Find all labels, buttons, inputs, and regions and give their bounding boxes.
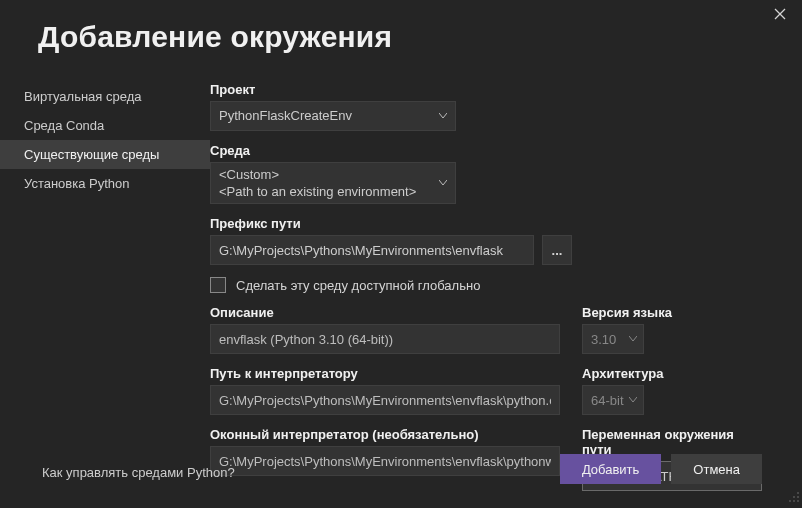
sidebar-item-label: Существующие среды bbox=[24, 147, 159, 162]
svg-point-7 bbox=[797, 500, 799, 502]
sidebar-item-label: Виртуальная среда bbox=[24, 89, 141, 104]
windowed-interpreter-label: Оконный интерпретатор (необязательно) bbox=[210, 427, 562, 442]
svg-point-3 bbox=[793, 496, 795, 498]
cancel-button[interactable]: Отмена bbox=[671, 454, 762, 484]
add-button[interactable]: Добавить bbox=[560, 454, 661, 484]
browse-button[interactable]: ... bbox=[542, 235, 572, 265]
prefix-path-label: Префикс пути bbox=[210, 216, 762, 231]
sidebar-item-label: Среда Conda bbox=[24, 118, 104, 133]
project-select[interactable]: PythonFlaskCreateEnv bbox=[210, 101, 456, 131]
architecture-value: 64-bit bbox=[591, 393, 624, 408]
sidebar-item-install-python[interactable]: Установка Python bbox=[0, 169, 210, 198]
architecture-label: Архитектура bbox=[582, 366, 762, 381]
language-version-label: Версия языка bbox=[582, 305, 762, 320]
project-select-value: PythonFlaskCreateEnv bbox=[219, 108, 352, 123]
environment-select[interactable]: <Custom> <Path to an existing environmen… bbox=[210, 162, 456, 204]
sidebar-item-conda-env[interactable]: Среда Conda bbox=[0, 111, 210, 140]
svg-point-4 bbox=[797, 496, 799, 498]
sidebar: Виртуальная среда Среда Conda Существующ… bbox=[0, 82, 210, 503]
chevron-down-icon bbox=[629, 397, 637, 403]
sidebar-item-existing-envs[interactable]: Существующие среды bbox=[0, 140, 210, 169]
project-label: Проект bbox=[210, 82, 762, 97]
description-label: Описание bbox=[210, 305, 562, 320]
environment-label: Среда bbox=[210, 143, 762, 158]
path-env-var-label: Переменная окружения пути bbox=[582, 427, 762, 457]
chevron-down-icon bbox=[629, 336, 637, 342]
sidebar-item-virtual-env[interactable]: Виртуальная среда bbox=[0, 82, 210, 111]
language-version-value: 3.10 bbox=[591, 332, 616, 347]
prefix-path-input[interactable] bbox=[210, 235, 534, 265]
sidebar-item-label: Установка Python bbox=[24, 176, 130, 191]
interpreter-path-input[interactable] bbox=[210, 385, 560, 415]
windowed-interpreter-input[interactable] bbox=[210, 446, 560, 476]
chevron-down-icon bbox=[439, 113, 447, 119]
description-input[interactable] bbox=[210, 324, 560, 354]
architecture-select[interactable]: 64-bit bbox=[582, 385, 644, 415]
svg-point-2 bbox=[797, 492, 799, 494]
environment-value-line2: <Path to an existing environment> bbox=[219, 184, 431, 201]
language-version-select[interactable]: 3.10 bbox=[582, 324, 644, 354]
interpreter-path-label: Путь к интерпретатору bbox=[210, 366, 562, 381]
browse-label: ... bbox=[552, 243, 563, 258]
environment-value-line1: <Custom> bbox=[219, 167, 431, 184]
dialog-title: Добавление окружения bbox=[0, 0, 802, 54]
svg-point-6 bbox=[793, 500, 795, 502]
svg-point-5 bbox=[789, 500, 791, 502]
main-panel: Проект PythonFlaskCreateEnv Среда <Custo… bbox=[210, 82, 802, 503]
help-link[interactable]: Как управлять средами Python? bbox=[42, 465, 235, 480]
close-icon[interactable] bbox=[774, 8, 790, 24]
make-global-checkbox[interactable] bbox=[210, 277, 226, 293]
chevron-down-icon bbox=[439, 180, 447, 186]
resize-grip-icon[interactable] bbox=[788, 491, 800, 506]
make-global-label: Сделать эту среду доступной глобально bbox=[236, 278, 480, 293]
